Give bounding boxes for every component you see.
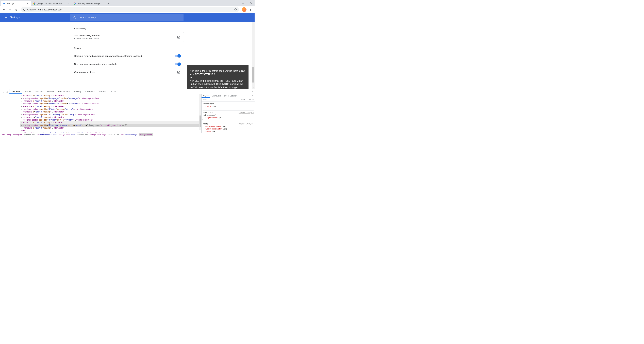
breadcrumb-item[interactable]: div#advancedPage xyxy=(121,134,137,136)
elements-scrollbar[interactable] xyxy=(199,94,201,130)
devtools-tab-audits[interactable]: Audits xyxy=(108,90,118,94)
device-toolbar-button[interactable] xyxy=(5,90,10,94)
devtools-more-button[interactable]: ⋮ xyxy=(248,90,250,93)
devtools-tab-sources[interactable]: Sources xyxy=(33,90,45,94)
dom-node[interactable]: ▸<template is="dom-if" restamp>…</templa… xyxy=(20,105,201,108)
dom-node[interactable]: ▸<template is="dom-if" restamp>…</templa… xyxy=(20,94,201,97)
tab-settings[interactable]: Settings ✕ xyxy=(1,1,31,6)
dom-node[interactable]: ▸<template is="dom-if" restamp>…</templa… xyxy=(20,121,201,124)
breadcrumb-item[interactable]: settings-ui xyxy=(13,134,22,136)
devtools-tab-network[interactable]: Network xyxy=(45,90,56,94)
background-apps-row[interactable]: Continue running background apps when Go… xyxy=(71,52,184,60)
css-value[interactable]: none xyxy=(212,105,216,107)
css-value[interactable]: 3px xyxy=(218,116,222,118)
css-property[interactable]: -webkit-margin-start xyxy=(205,128,222,130)
elements-panel[interactable]: ▸<template is="dom-if" restamp>…</templa… xyxy=(0,94,201,133)
maximize-button[interactable] xyxy=(239,0,247,6)
hov-toggle[interactable]: :hov xyxy=(241,98,246,101)
background-apps-toggle[interactable] xyxy=(174,55,180,57)
styles-tab-styles[interactable]: Styles xyxy=(202,94,210,98)
close-icon[interactable]: ✕ xyxy=(107,2,110,5)
dom-node[interactable]: ▸<template is="dom-if" restamp>…</templa… xyxy=(20,100,201,102)
styles-filter-input[interactable]: Filter xyxy=(202,98,240,100)
omnibox[interactable]: Chrome | chrome://settings/reset xyxy=(21,7,239,12)
css-property[interactable]: -webkit-margin-end xyxy=(205,125,222,127)
breadcrumb-item[interactable]: body xyxy=(7,134,11,136)
tab-title: Settings xyxy=(7,2,25,5)
minimize-button[interactable] xyxy=(231,0,239,6)
breadcrumb-item[interactable]: #shadow-root xyxy=(108,134,119,136)
devtools-tab-console[interactable]: Console xyxy=(22,90,33,94)
close-window-button[interactable] xyxy=(247,0,254,6)
dom-node[interactable]: ▸<settings-section page-title="System" s… xyxy=(20,118,201,121)
css-value[interactable]: 3px xyxy=(222,125,226,127)
forward-button[interactable] xyxy=(8,7,13,12)
close-icon[interactable]: ✕ xyxy=(67,2,69,5)
bookmark-star-icon[interactable] xyxy=(234,8,237,11)
settings-body: Accessibility Add accessibility features… xyxy=(0,22,254,89)
css-source-link[interactable]: <style>…</style> xyxy=(238,122,254,125)
search-settings-input[interactable]: Search settings xyxy=(70,14,184,21)
scroll-up-arrow[interactable]: ▲ xyxy=(252,22,254,25)
reload-button[interactable] xyxy=(14,7,19,12)
tab-ask-question[interactable]: Ask a Question - Google Chrome ✕ xyxy=(72,1,112,6)
styles-tabs-more[interactable]: » xyxy=(251,94,254,98)
dom-node[interactable]: ▸<template is="dom-if" restamp>…</templa… xyxy=(20,110,201,113)
styles-tab-event-listeners[interactable]: Event Listeners xyxy=(222,94,239,98)
css-property[interactable]: display xyxy=(205,130,211,132)
breadcrumb-item[interactable]: html xyxy=(2,134,5,136)
scrollbar-thumb[interactable] xyxy=(252,67,254,82)
css-value[interactable]: flex xyxy=(212,130,215,132)
dom-node[interactable]: ▸<settings-section page-title="Printing"… xyxy=(20,108,201,110)
hamburger-menu-button[interactable] xyxy=(3,14,10,21)
row-subtitle: Open Chrome Web Store xyxy=(74,38,177,40)
tab-google-community[interactable]: google chrome community supp ✕ xyxy=(31,1,72,6)
content-scrollbar[interactable]: ▲ ▼ xyxy=(252,22,254,89)
devtools-tab-performance[interactable]: Performance xyxy=(56,90,72,94)
css-value[interactable]: 3px xyxy=(223,128,226,130)
new-tab-button[interactable] xyxy=(113,2,118,6)
inspect-element-button[interactable] xyxy=(1,90,5,94)
dom-node[interactable]: ▸<template is="dom-if" restamp>…</templa… xyxy=(20,126,201,129)
profile-avatar[interactable] xyxy=(242,7,246,12)
browser-menu-button[interactable] xyxy=(248,7,253,12)
styles-tab-computed[interactable]: Computed xyxy=(210,94,222,98)
devtools-tab-security[interactable]: Security xyxy=(97,90,108,94)
add-accessibility-row[interactable]: Add accessibility features Open Chrome W… xyxy=(71,32,184,42)
styles-filter-row: Filter :hov .cls + xyxy=(202,98,254,101)
row-title: Open proxy settings xyxy=(74,71,177,74)
breadcrumb-item[interactable]: settings-section xyxy=(139,133,153,136)
proxy-settings-row[interactable]: Open proxy settings xyxy=(71,68,184,76)
dom-node[interactable]: ▸<settings-section page-title="Languages… xyxy=(20,97,201,100)
css-property[interactable]: display xyxy=(205,105,211,107)
dom-node[interactable]: ▸<settings-section page-title="Reset and… xyxy=(20,124,201,126)
devtools-tab-application[interactable]: Application xyxy=(83,90,97,94)
dom-node[interactable]: </div> xyxy=(20,129,201,132)
dom-node[interactable]: ▸<settings-idle-load id="advancedPageTem… xyxy=(20,132,201,133)
dom-node[interactable]: ▸<template is="dom-if" restamp>…</templa… xyxy=(20,116,201,118)
cls-toggle[interactable]: .cls xyxy=(247,98,251,101)
breadcrumb-item[interactable]: #shadow-root xyxy=(76,134,88,136)
styles-code[interactable]: element.style { display: none; } <style>… xyxy=(202,102,254,133)
hardware-accel-toggle[interactable] xyxy=(174,63,180,65)
breadcrumb-item[interactable]: div#container.no-outline xyxy=(37,134,56,136)
devtools-close-button[interactable]: ✕ xyxy=(252,90,254,93)
devtools-tab-memory[interactable]: Memory xyxy=(72,90,83,94)
dom-node[interactable]: ▸<settings-section page-title="Accessibi… xyxy=(20,113,201,116)
scrollbar-thumb[interactable] xyxy=(200,116,201,127)
breadcrumb-item[interactable]: settings-main#main xyxy=(58,134,74,136)
elements-breadcrumb[interactable]: htmlbodysettings-ui#shadow-rootdiv#conta… xyxy=(0,133,254,136)
close-icon[interactable]: ✕ xyxy=(26,2,29,5)
css-property[interactable]: margin-bottom xyxy=(205,116,217,118)
svg-point-5 xyxy=(250,10,251,10)
breadcrumb-item[interactable]: settings-basic-page xyxy=(90,134,106,136)
dom-node[interactable]: ▸<settings-section page-title="Downloads… xyxy=(20,102,201,105)
devtools-tab-elements[interactable]: Elements xyxy=(10,90,22,94)
css-source-link[interactable]: <style>…</style> xyxy=(238,111,254,114)
hardware-accel-row[interactable]: Use hardware acceleration when available xyxy=(71,60,184,68)
new-style-rule-button[interactable]: + xyxy=(252,98,254,100)
scroll-down-arrow[interactable]: ▼ xyxy=(252,86,254,89)
back-button[interactable] xyxy=(1,7,7,12)
omnibox-origin: Chrome xyxy=(27,8,36,11)
breadcrumb-item[interactable]: #shadow-root xyxy=(24,134,35,136)
